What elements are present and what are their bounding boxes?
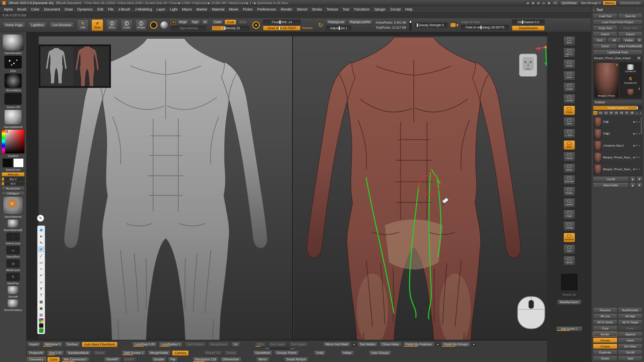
- visibility-eye-icon[interactable]: ◉: [633, 156, 635, 159]
- quicksave-button[interactable]: QuickSave: [560, 1, 579, 5]
- tool-button[interactable]: ▲: [630, 176, 636, 182]
- floor-button[interactable]: Floor: [564, 117, 575, 127]
- subtool-action-button[interactable]: Del Other: [618, 344, 642, 349]
- cursor-icon[interactable]: ➤: [38, 233, 44, 239]
- menu-item[interactable]: Transform: [351, 7, 372, 12]
- frame-button[interactable]: Frame: [564, 152, 575, 161]
- subtool-action-button[interactable]: All Low: [593, 313, 617, 319]
- menu-item[interactable]: Tool: [340, 7, 351, 12]
- titlebar-icon[interactable]: ◫: [541, 1, 546, 5]
- select-lasso-thumbnail[interactable]: ◌: [6, 233, 20, 241]
- move-button[interactable]: Move: [106, 19, 118, 31]
- bottom-button[interactable]: Auto Mask FiberMesh: [82, 342, 117, 347]
- screenshot-icon[interactable]: ▦: [38, 299, 44, 305]
- tool-button[interactable]: Load Tool: [593, 13, 617, 19]
- bottom-button[interactable]: Polish By Groups: [441, 342, 471, 347]
- tool-button[interactable]: Export: [618, 31, 642, 37]
- current-tool-row[interactable]: Merged_TPose1_Ryan_Kingsli R: [593, 56, 642, 61]
- 16팔[interactable]: 16팔 ◉ ✎ ≡: [593, 116, 642, 128]
- version-tab[interactable]: V8: [630, 111, 634, 115]
- smooth-thumbnail[interactable]: [7, 286, 19, 294]
- material-sphere-icon[interactable]: [160, 21, 168, 29]
- bottom-button[interactable]: Resolution 128: [192, 357, 218, 362]
- bottom-button[interactable]: Flip: [168, 357, 178, 362]
- mrgb-button[interactable]: Mrgb: [177, 20, 188, 25]
- bottom-button[interactable]: LazyStep 0.05: [132, 342, 157, 347]
- bottom-button[interactable]: SDiv: [255, 342, 266, 347]
- subtool-action-button[interactable]: Border: [593, 332, 617, 337]
- image-icon[interactable]: ▣: [38, 305, 44, 311]
- visibility-eye-icon[interactable]: ◉: [633, 121, 635, 123]
- bottom-button[interactable]: Auto Groups: [369, 350, 391, 356]
- bottom-button[interactable]: Morph UV: [203, 350, 222, 356]
- list-icon[interactable]: ≡: [638, 168, 640, 170]
- version-tab[interactable]: V1: [593, 111, 598, 115]
- bottom-button[interactable]: Groups Polish: [274, 350, 299, 356]
- replay-last-button[interactable]: ReplayLast: [326, 20, 346, 25]
- subtool-action-button[interactable]: All To Home: [593, 320, 617, 325]
- subtool-action-button[interactable]: All To Target: [618, 320, 642, 325]
- mask-pen-thumbnail[interactable]: ✎: [6, 273, 20, 281]
- bottom-button[interactable]: Surface: [64, 342, 80, 347]
- menu-item[interactable]: Document: [42, 7, 62, 12]
- highlighter-icon[interactable]: ✐: [38, 246, 44, 252]
- tool-button[interactable]: ▲: [630, 183, 636, 188]
- actual-button[interactable]: Actual: [564, 82, 575, 92]
- texture-thumbnail[interactable]: [4, 93, 22, 105]
- rf-slider[interactable]: Rf 0: [2, 182, 25, 186]
- undo-icon[interactable]: ↶: [38, 273, 44, 279]
- texture-preview[interactable]: [561, 274, 577, 290]
- persp-button[interactable]: Persp: [564, 106, 575, 115]
- version-tab[interactable]: V5: [614, 111, 619, 115]
- bottom-button[interactable]: Mirror And Weld: [323, 342, 350, 347]
- tool-button[interactable]: Make PolyMesh3D: [618, 43, 642, 49]
- eraser-icon[interactable]: ▱: [38, 279, 44, 285]
- alternate-button[interactable]: Alternate: [2, 172, 25, 176]
- see-through-slider[interactable]: See-through 0: [581, 1, 601, 5]
- merged-tpose-tool[interactable]: 5: [620, 86, 641, 98]
- subtool-action-button[interactable]: Append: [618, 332, 642, 337]
- annotation-pen-icon[interactable]: ✎: [37, 215, 44, 222]
- menu-item[interactable]: Stencil: [295, 7, 310, 12]
- visibility-eye-icon[interactable]: ◉: [633, 168, 635, 170]
- subtool-action-button[interactable]: Crease: [593, 344, 617, 349]
- bottom-button[interactable]: Mirror: [256, 357, 269, 362]
- fov-slider[interactable]: Field of view(deg) 39.59775: [461, 25, 509, 30]
- live-boolean-button[interactable]: Live Boolean: [50, 22, 74, 28]
- obj-shadow-slider[interactable]: ObjShadow 0.3: [512, 20, 545, 25]
- default-zscript-button[interactable]: DefaultZScript: [618, 1, 642, 5]
- shape-icon[interactable]: ▭: [38, 259, 44, 265]
- J Anatomy Step-2[interactable]: J Anatomy Step-2 ◉ ✎ ≡: [593, 140, 642, 152]
- bottom-button[interactable]: Close Holes: [379, 342, 401, 347]
- bottom-button[interactable]: Dist 0.02: [47, 350, 64, 356]
- rgb-button[interactable]: Rgb: [190, 20, 200, 25]
- bottom-button[interactable]: DelMT: [123, 357, 137, 362]
- list-icon[interactable]: ≡: [638, 132, 640, 135]
- tool-button[interactable]: Paste Tool: [618, 25, 642, 31]
- tool-button[interactable]: Clone: [593, 43, 617, 49]
- list-icon[interactable]: ≡: [638, 156, 640, 159]
- dynamic-button[interactable]: Dynamic: [564, 233, 575, 242]
- paint-icon[interactable]: ✎: [636, 156, 638, 159]
- bottom-button[interactable]: ProjectAll: [27, 350, 45, 356]
- menu-item[interactable]: Light: [168, 7, 180, 12]
- fillobject-button[interactable]: FillObject: [2, 191, 25, 196]
- menu-item[interactable]: Preferences: [255, 7, 278, 12]
- bottom-button[interactable]: Min Connected I: [61, 357, 89, 362]
- list-icon[interactable]: ≡: [638, 121, 640, 123]
- paint-icon[interactable]: ✎: [636, 121, 638, 123]
- main-color-swatch[interactable]: [3, 158, 13, 167]
- bottom-button[interactable]: ZRemesher: [220, 357, 242, 362]
- tool-button[interactable]: Import: [593, 31, 617, 37]
- lsym-button[interactable]: L.Sym: [564, 129, 575, 138]
- menus-button[interactable]: Menus: [603, 1, 616, 5]
- subtool-action-button[interactable]: Split: [618, 356, 642, 361]
- rotate-button[interactable]: Rotate: [135, 19, 147, 31]
- draw-button[interactable]: ✐ Draw: [92, 19, 103, 31]
- bottom-button[interactable]: Double: [151, 357, 167, 362]
- current-brush-thumbnail[interactable]: [2, 34, 24, 51]
- spix-slider[interactable]: SPix 3: [564, 48, 575, 57]
- mask-by-feature-button[interactable]: MaskByFeature: [557, 300, 581, 305]
- bottom-button[interactable]: LazyRadius 1: [159, 342, 183, 347]
- bottom-button[interactable]: MergeDown: [208, 342, 230, 347]
